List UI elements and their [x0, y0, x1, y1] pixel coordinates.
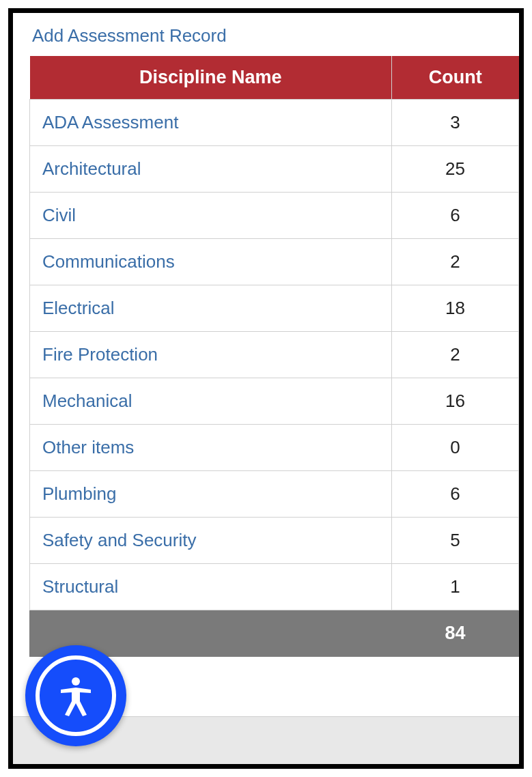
table-row: Communications2	[30, 239, 519, 285]
discipline-count: 18	[392, 285, 519, 332]
header-count[interactable]: Count	[392, 56, 519, 100]
header-discipline-name[interactable]: Discipline Name	[30, 56, 392, 100]
content-area: Add Assessment Record Discipline Name Co…	[13, 13, 519, 657]
table-row: ADA Assessment3	[30, 100, 519, 146]
accessibility-button[interactable]	[25, 645, 126, 746]
table-row: Fire Protection2	[30, 332, 519, 378]
discipline-table: Discipline Name Count ADA Assessment3Arc…	[29, 56, 519, 657]
table-row: Safety and Security5	[30, 518, 519, 564]
discipline-name-link[interactable]: Electrical	[30, 285, 392, 332]
table-row: Other items0	[30, 425, 519, 471]
table-row: Architectural25	[30, 146, 519, 193]
table-row: Structural1	[30, 564, 519, 610]
discipline-count: 16	[392, 378, 519, 425]
discipline-name-link[interactable]: Civil	[30, 193, 392, 239]
discipline-count: 25	[392, 146, 519, 193]
table-row: Civil6	[30, 193, 519, 239]
accessibility-ring	[36, 655, 116, 736]
discipline-name-link[interactable]: Structural	[30, 564, 392, 610]
total-row: 84	[30, 610, 519, 657]
discipline-name-link[interactable]: Safety and Security	[30, 518, 392, 564]
total-count: 84	[392, 610, 519, 657]
accessibility-icon	[54, 674, 98, 718]
discipline-name-link[interactable]: Architectural	[30, 146, 392, 193]
discipline-name-link[interactable]: Fire Protection	[30, 332, 392, 378]
discipline-count: 3	[392, 100, 519, 146]
discipline-name-link[interactable]: Mechanical	[30, 378, 392, 425]
discipline-count: 6	[392, 471, 519, 518]
add-assessment-link[interactable]: Add Assessment Record	[32, 25, 227, 46]
discipline-name-link[interactable]: Plumbing	[30, 471, 392, 518]
discipline-count: 6	[392, 193, 519, 239]
svg-point-0	[72, 677, 80, 686]
discipline-name-link[interactable]: Other items	[30, 425, 392, 471]
discipline-count: 5	[392, 518, 519, 564]
discipline-count: 1	[392, 564, 519, 610]
app-frame: Add Assessment Record Discipline Name Co…	[8, 8, 524, 769]
table-row: Electrical18	[30, 285, 519, 332]
discipline-name-link[interactable]: ADA Assessment	[30, 100, 392, 146]
discipline-count: 2	[392, 332, 519, 378]
discipline-name-link[interactable]: Communications	[30, 239, 392, 285]
table-row: Plumbing6	[30, 471, 519, 518]
table-row: Mechanical16	[30, 378, 519, 425]
discipline-count: 2	[392, 239, 519, 285]
discipline-count: 0	[392, 425, 519, 471]
